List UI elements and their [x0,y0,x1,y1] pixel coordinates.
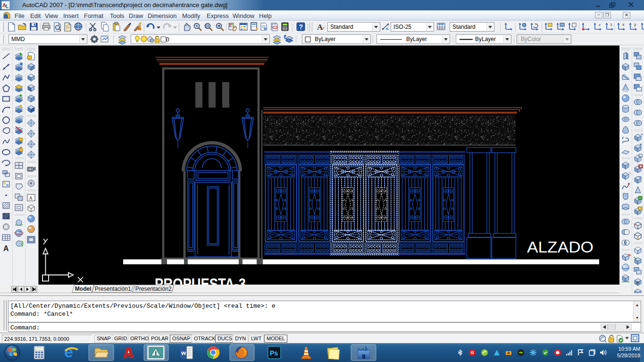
svg-text:ALZADO: ALZADO [527,238,594,256]
svg-text:?: ? [299,23,303,31]
svg-text:A: A [29,195,33,201]
svg-text:z: z [599,23,601,27]
svg-text:x: x [622,22,625,27]
svg-text:w: w [181,349,186,356]
svg-text:L: L [6,4,8,9]
svg-text:A: A [317,23,323,32]
svg-text:y: y [634,22,636,27]
svg-text:3: 3 [610,23,612,27]
svg-text:A: A [3,244,9,253]
svg-text:Ps: Ps [270,349,278,357]
svg-text:e: e [64,343,73,361]
svg-text:PROPUESTA-3: PROPUESTA-3 [155,275,246,285]
svg-text:0: 0 [166,36,169,43]
